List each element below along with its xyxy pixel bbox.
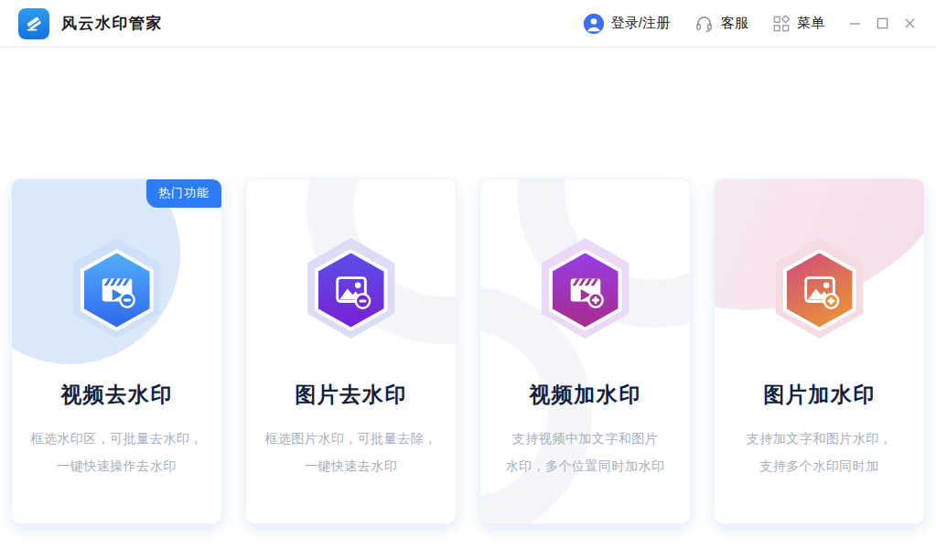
headset-icon xyxy=(694,14,714,33)
login-register-button[interactable]: 登录/注册 xyxy=(584,14,670,34)
clapperboard-plus-icon xyxy=(535,238,636,340)
login-register-label: 登录/注册 xyxy=(611,15,670,32)
card-video-remove-watermark[interactable]: 热门功能 视频去水印 xyxy=(11,178,222,524)
titlebar-right: 登录/注册 客服 菜单 xyxy=(559,10,923,38)
card-video-add-watermark[interactable]: 视频加水印 支持视频中加文字和图片 水印，多个位置同时加水印 xyxy=(479,178,691,524)
menu-label: 菜单 xyxy=(797,15,824,32)
card-description: 支持加文字和图片水印， 支持多个水印同时加 xyxy=(715,425,924,479)
menu-button[interactable]: 菜单 xyxy=(773,15,824,32)
card-title: 视频加水印 xyxy=(480,381,690,409)
grid-menu-icon xyxy=(773,16,790,32)
user-avatar-icon xyxy=(584,14,604,34)
hot-feature-badge: 热门功能 xyxy=(146,179,221,208)
clapperboard-minus-icon xyxy=(67,238,167,340)
titlebar: 风云水印管家 登录/注册 客服 xyxy=(0,0,936,48)
close-button[interactable] xyxy=(896,10,923,38)
card-image-add-watermark[interactable]: 图片加水印 支持加文字和图片水印， 支持多个水印同时加 xyxy=(714,178,925,524)
image-minus-icon xyxy=(301,238,402,340)
eraser-icon xyxy=(24,14,44,34)
image-plus-icon xyxy=(769,238,870,340)
card-description: 框选图片水印，可批量去除， 一键快速去水印 xyxy=(246,425,456,479)
card-image-remove-watermark[interactable]: 图片去水印 框选图片水印，可批量去除， 一键快速去水印 xyxy=(245,178,457,524)
minimize-button[interactable] xyxy=(841,10,868,38)
support-label: 客服 xyxy=(721,15,748,32)
card-description: 框选水印区，可批量去水印， 一键快速操作去水印 xyxy=(12,425,221,479)
card-title: 图片去水印 xyxy=(246,381,456,409)
app-logo xyxy=(18,8,49,39)
feature-cards: 热门功能 视频去水印 xyxy=(0,178,936,524)
maximize-button[interactable] xyxy=(868,10,896,38)
app-title: 风云水印管家 xyxy=(61,13,163,34)
window-controls xyxy=(841,10,923,38)
card-title: 图片加水印 xyxy=(715,381,924,409)
support-button[interactable]: 客服 xyxy=(694,14,748,33)
card-description: 支持视频中加文字和图片 水印，多个位置同时加水印 xyxy=(480,425,690,479)
card-title: 视频去水印 xyxy=(12,381,221,409)
